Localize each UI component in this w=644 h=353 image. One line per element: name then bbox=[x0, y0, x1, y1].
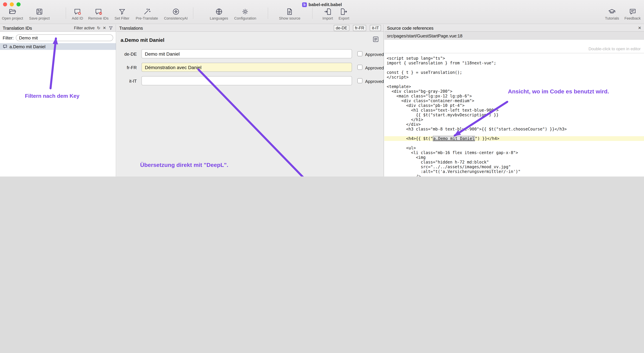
toolbar-separator bbox=[268, 8, 268, 19]
approved-label-it: Approved bbox=[365, 79, 384, 84]
code-line: <ul> bbox=[384, 146, 644, 150]
filter-active-label: Filter active bbox=[74, 26, 95, 30]
code-line: const { t } = useTranslation(); bbox=[384, 70, 644, 75]
source-references-title: Source code references bbox=[387, 26, 434, 31]
code-line: import { useTranslation } from "i18next-… bbox=[384, 61, 644, 65]
lang-tab-it[interactable]: it-IT bbox=[370, 25, 381, 31]
code-line bbox=[384, 65, 644, 70]
pre-translate-button[interactable]: Pre-Translate bbox=[136, 8, 158, 20]
toolbar-separator bbox=[193, 8, 193, 19]
toolbar-separator bbox=[66, 8, 66, 19]
translation-input-it[interactable] bbox=[142, 76, 352, 85]
tutorials-button[interactable]: Tutorials bbox=[605, 8, 619, 20]
graduation-cap-icon bbox=[608, 8, 616, 16]
translation-row-it: it-IT Approved bbox=[120, 76, 384, 86]
babeledit-window: Filtern nach dem Key Übersetzung direkt … bbox=[0, 0, 644, 177]
set-filter-button[interactable]: Set Filter bbox=[114, 8, 129, 20]
translation-id-label: a.Demo mit Daniel bbox=[10, 44, 46, 49]
app-icon: b bbox=[302, 2, 307, 7]
filter-input[interactable] bbox=[16, 34, 113, 41]
globe-icon bbox=[215, 8, 223, 16]
approved-checkbox-de[interactable] bbox=[357, 51, 362, 56]
window-chrome: b babel-edit.babel Open project Save pro… bbox=[0, 0, 644, 24]
bubble-plus-icon bbox=[74, 8, 81, 16]
translations-panel: Translations de-DE fr-FR it-IT a.Demo mi… bbox=[116, 25, 384, 177]
add-id-button[interactable]: Add ID bbox=[72, 8, 83, 20]
filter-label: Filter: bbox=[3, 35, 14, 40]
open-project-button[interactable]: Open project bbox=[2, 8, 23, 20]
lang-label-de: de-DE bbox=[120, 52, 137, 57]
approved-label-fr: Approved bbox=[365, 65, 384, 71]
code-line bbox=[384, 80, 644, 84]
save-icon bbox=[36, 8, 43, 16]
toolbar-separator bbox=[312, 8, 312, 19]
open-folder-icon bbox=[8, 8, 16, 16]
lang-label-fr: fr-FR bbox=[120, 65, 137, 70]
clear-filter-icon[interactable]: ✕ bbox=[103, 26, 106, 30]
sparkle-badge-icon bbox=[172, 8, 180, 16]
code-line: </script> bbox=[384, 75, 644, 80]
filter-funnel-icon bbox=[118, 8, 126, 16]
code-line bbox=[384, 141, 644, 146]
magic-wand-icon bbox=[143, 8, 151, 16]
translation-row-fr: fr-FR Approved bbox=[120, 63, 384, 72]
translation-id-item[interactable]: a.Demo mit Daniel bbox=[0, 43, 116, 50]
import-button[interactable]: Import bbox=[322, 8, 333, 20]
show-source-button[interactable]: Show source bbox=[279, 8, 300, 20]
code-line: /> bbox=[384, 174, 644, 177]
feedback-bubble-icon bbox=[629, 8, 636, 16]
code-line: :alt="t('a.Versicherungsvermittler/-in')… bbox=[384, 169, 644, 174]
import-icon bbox=[324, 8, 332, 16]
approved-checkbox-it[interactable] bbox=[357, 78, 362, 83]
consistency-ai-button[interactable]: ConsistencyAI bbox=[164, 8, 188, 20]
code-line: <div class="pb-10 pt-4"> bbox=[384, 103, 644, 108]
code-block: <script setup lang="ts">import { useTran… bbox=[384, 53, 644, 177]
note-icon bbox=[372, 36, 379, 43]
remove-ids-button[interactable]: Remove IDs bbox=[88, 8, 108, 20]
lang-tab-de[interactable]: de-DE bbox=[334, 25, 349, 31]
filter-icon[interactable] bbox=[108, 26, 113, 30]
translation-editor: a.Demo mit Daniel de-DE Approved fr-FR A… bbox=[116, 32, 384, 177]
code-line: <li class="mb-16 flex items-center gap-x… bbox=[384, 150, 644, 155]
code-line: <div class="container-medium"> bbox=[384, 99, 644, 103]
gear-icon bbox=[241, 8, 249, 16]
feedback-button[interactable]: Feedback bbox=[624, 8, 641, 20]
window-title: babel-edit.babel bbox=[308, 2, 342, 7]
entry-note-button[interactable] bbox=[372, 36, 379, 43]
translation-input-de[interactable] bbox=[142, 49, 352, 58]
highlighted-translation-key[interactable]: a.Demo mit Daniel bbox=[433, 136, 475, 141]
translation-ids-title: Translation IDs bbox=[3, 26, 32, 31]
translation-ids-header: Translation IDs Filter active ↻ ✕ bbox=[0, 25, 116, 32]
open-in-editor-hint: Double-click to open in editor bbox=[588, 47, 641, 51]
filter-row: Filter: bbox=[0, 32, 116, 43]
code-line: class="hidden h-72 md:block" bbox=[384, 160, 644, 165]
code-line: {{ $t("start.myvbvDescription") }} bbox=[384, 113, 644, 117]
source-references-header: Source code references ✕ bbox=[384, 25, 644, 32]
translations-title: Translations bbox=[119, 26, 143, 31]
code-line: </div> bbox=[384, 122, 644, 127]
save-project-button[interactable]: Save project bbox=[29, 8, 50, 20]
refresh-filter-icon[interactable]: ↻ bbox=[97, 26, 100, 30]
code-line: <h4>{{ $t("a.Demo mit Daniel") }}</h4> bbox=[384, 136, 644, 141]
approved-checkbox-fr[interactable] bbox=[357, 65, 362, 70]
hint-row: Double-click to open in editor bbox=[384, 40, 644, 53]
code-line: <img bbox=[384, 155, 644, 160]
code-line: <script setup lang="ts"> bbox=[384, 56, 644, 61]
entry-key-heading: a.Demo mit Daniel bbox=[120, 37, 164, 43]
code-line: <h3 class="mb-8 text-blue-900">{{ $t("st… bbox=[384, 127, 644, 132]
approved-label-de: Approved bbox=[365, 52, 384, 57]
translation-row-de: de-DE Approved bbox=[120, 49, 384, 59]
translation-input-fr[interactable] bbox=[142, 63, 352, 72]
translation-bubble-icon bbox=[3, 44, 8, 49]
close-panel-icon[interactable]: ✕ bbox=[638, 26, 641, 30]
code-line: </h1> bbox=[384, 117, 644, 122]
configuration-button[interactable]: Configuration bbox=[234, 8, 256, 20]
code-line: <h1 class="text-left text-blue-900"> bbox=[384, 108, 644, 113]
code-line: src="../../assets/images/mood_vv.jpg" bbox=[384, 165, 644, 169]
lang-tab-fr[interactable]: fr-FR bbox=[353, 25, 366, 31]
source-references-panel: Source code references ✕ src/pages/start… bbox=[384, 25, 644, 177]
source-file-reference[interactable]: src/pages/start/GuestStartPage.vue:18 bbox=[384, 32, 644, 40]
code-line: <template> bbox=[384, 84, 644, 89]
languages-button[interactable]: Languages bbox=[210, 8, 228, 20]
export-button[interactable]: Export bbox=[338, 8, 349, 20]
